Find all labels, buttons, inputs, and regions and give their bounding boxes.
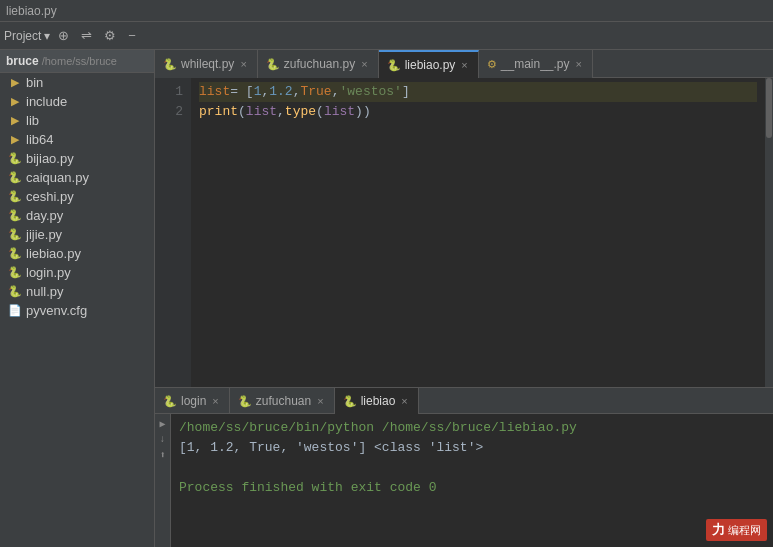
editor-area: 🐍 whileqt.py × 🐍 zufuchuan.py × 🐍 liebia…	[155, 50, 773, 547]
bottom-tab-close-liebiao[interactable]: ×	[399, 394, 409, 408]
code-token-1: 1	[254, 82, 262, 102]
py-tab-icon-whileqt: 🐍	[163, 58, 177, 71]
sidebar-item-lib64[interactable]: ▶ lib64	[0, 130, 154, 149]
sidebar-item-liebiao[interactable]: 🐍 liebiao.py	[0, 244, 154, 263]
sidebar-item-label-bin: bin	[26, 75, 43, 90]
tab-close-zufuchuan[interactable]: ×	[359, 57, 369, 71]
main-tab-icon: ⚙	[487, 58, 497, 71]
bottom-tab-label-liebiao: liebiao	[361, 394, 396, 408]
line-numbers: 1 2	[155, 78, 191, 387]
code-token-list-kw: list	[199, 82, 230, 102]
bottom-panel: 🐍 login × 🐍 zufuchuan × 🐍 liebiao × ▶	[155, 387, 773, 547]
watermark-text: 编程网	[728, 523, 761, 538]
bottom-tab-close-zufuchuan[interactable]: ×	[315, 394, 325, 408]
tab-zufuchuan[interactable]: 🐍 zufuchuan.py ×	[258, 50, 379, 78]
sidebar-item-label-bijiao: bijiao.py	[26, 151, 74, 166]
bottom-tab-liebiao[interactable]: 🐍 liebiao ×	[335, 388, 419, 414]
sidebar-item-lib[interactable]: ▶ lib	[0, 111, 154, 130]
code-line-2: print(list,type(list))	[199, 102, 757, 122]
code-token-list-var2: list	[324, 102, 355, 122]
code-token-assign: = [	[230, 82, 253, 102]
bottom-sidebar-icon-3[interactable]: ⬆	[159, 449, 165, 461]
scroll-thumb[interactable]	[766, 78, 772, 138]
sidebar-item-label-login: login.py	[26, 265, 71, 280]
tab-main[interactable]: ⚙ __main__.py ×	[479, 50, 593, 78]
title-bar: liebiao.py	[0, 0, 773, 22]
sidebar-item-bin[interactable]: ▶ bin	[0, 73, 154, 92]
tab-liebiao[interactable]: 🐍 liebiao.py ×	[379, 50, 479, 78]
terminal-output: /home/ss/bruce/bin/python /home/ss/bruce…	[171, 414, 773, 547]
code-token-openparen2: (	[316, 102, 324, 122]
tab-close-main[interactable]: ×	[574, 57, 584, 71]
project-dropdown-arrow[interactable]: ▾	[44, 29, 50, 43]
sidebar-item-jijie[interactable]: 🐍 jijie.py	[0, 225, 154, 244]
sidebar-item-label-include: include	[26, 94, 67, 109]
py-icon-caiquan: 🐍	[8, 171, 22, 185]
folder-icon-lib64: ▶	[8, 133, 22, 147]
split-button[interactable]: ⇌	[77, 26, 96, 45]
tab-close-liebiao[interactable]: ×	[459, 58, 469, 72]
py-icon-bijiao: 🐍	[8, 152, 22, 166]
code-content[interactable]: list = [1,1.2,True, 'westos'] print(list…	[191, 78, 765, 387]
py-icon-login-tab: 🐍	[163, 395, 177, 408]
sidebar-item-label-day: day.py	[26, 208, 63, 223]
code-token-closepar2: ))	[355, 102, 371, 122]
code-token-list-var1: list	[246, 102, 277, 122]
py-icon-jijie: 🐍	[8, 228, 22, 242]
bottom-tab-login[interactable]: 🐍 login ×	[155, 388, 230, 414]
py-icon-zufuchuan-tab: 🐍	[238, 395, 252, 408]
globe-button[interactable]: ⊕	[54, 26, 73, 45]
sidebar-item-null[interactable]: 🐍 null.py	[0, 282, 154, 301]
terminal-line-4: Process finished with exit code 0	[179, 478, 765, 498]
sidebar-item-label-ceshi: ceshi.py	[26, 189, 74, 204]
sidebar-root-path: /home/ss/bruce	[42, 55, 117, 67]
sidebar-item-bijiao[interactable]: 🐍 bijiao.py	[0, 149, 154, 168]
sidebar-root-label: bruce	[6, 54, 39, 68]
tab-whileqt[interactable]: 🐍 whileqt.py ×	[155, 50, 258, 78]
bottom-tabs: 🐍 login × 🐍 zufuchuan × 🐍 liebiao ×	[155, 388, 773, 414]
sidebar-item-login[interactable]: 🐍 login.py	[0, 263, 154, 282]
sidebar-item-ceshi[interactable]: 🐍 ceshi.py	[0, 187, 154, 206]
py-icon-login: 🐍	[8, 266, 22, 280]
tab-label-whileqt: whileqt.py	[181, 57, 234, 71]
tab-close-whileqt[interactable]: ×	[238, 57, 248, 71]
py-icon-ceshi: 🐍	[8, 190, 22, 204]
py-tab-icon-liebiao: 🐍	[387, 59, 401, 72]
bottom-sidebar: ▶ ↓ ⬆	[155, 414, 171, 547]
bottom-sidebar-icon-2[interactable]: ↓	[159, 434, 165, 445]
line-number-1: 1	[163, 82, 183, 102]
sidebar-item-label-pyvenv: pyvenv.cfg	[26, 303, 87, 318]
terminal-line-2: [1, 1.2, True, 'westos'] <class 'list'>	[179, 438, 765, 458]
sidebar-item-label-caiquan: caiquan.py	[26, 170, 89, 185]
code-token-closebracket: ]	[402, 82, 410, 102]
bottom-tab-zufuchuan[interactable]: 🐍 zufuchuan ×	[230, 388, 335, 414]
bottom-sidebar-icon-1[interactable]: ▶	[159, 418, 165, 430]
py-icon-liebiao-tab: 🐍	[343, 395, 357, 408]
sidebar-item-caiquan[interactable]: 🐍 caiquan.py	[0, 168, 154, 187]
folder-icon-bin: ▶	[8, 76, 22, 90]
settings-button[interactable]: ⚙	[100, 26, 120, 45]
folder-icon-include: ▶	[8, 95, 22, 109]
sidebar-item-include[interactable]: ▶ include	[0, 92, 154, 111]
code-token-comma1: ,	[261, 82, 269, 102]
minimize-button[interactable]: −	[124, 26, 140, 45]
sidebar-item-label-lib64: lib64	[26, 132, 53, 147]
py-tab-icon-zufuchuan: 🐍	[266, 58, 280, 71]
code-token-type: type	[285, 102, 316, 122]
terminal-line-3	[179, 458, 765, 478]
main-area: bruce /home/ss/bruce ▶ bin ▶ include ▶ l…	[0, 50, 773, 547]
watermark-icon: 力	[712, 521, 725, 539]
watermark: 力 编程网	[706, 519, 767, 541]
sidebar-item-pyvenv[interactable]: 📄 pyvenv.cfg	[0, 301, 154, 320]
code-token-comma4: ,	[277, 102, 285, 122]
code-token-true: True	[300, 82, 331, 102]
tab-label-liebiao: liebiao.py	[405, 58, 456, 72]
code-editor[interactable]: 1 2 list = [1,1.2,True, 'westos'] print(…	[155, 78, 773, 387]
bottom-tab-close-login[interactable]: ×	[210, 394, 220, 408]
bottom-content: ▶ ↓ ⬆ /home/ss/bruce/bin/python /home/ss…	[155, 414, 773, 547]
code-token-1.2: 1.2	[269, 82, 292, 102]
toolbar: Project ▾ ⊕ ⇌ ⚙ −	[0, 22, 773, 50]
editor-scrollbar[interactable]	[765, 78, 773, 387]
sidebar-item-label-null: null.py	[26, 284, 64, 299]
sidebar-item-day[interactable]: 🐍 day.py	[0, 206, 154, 225]
